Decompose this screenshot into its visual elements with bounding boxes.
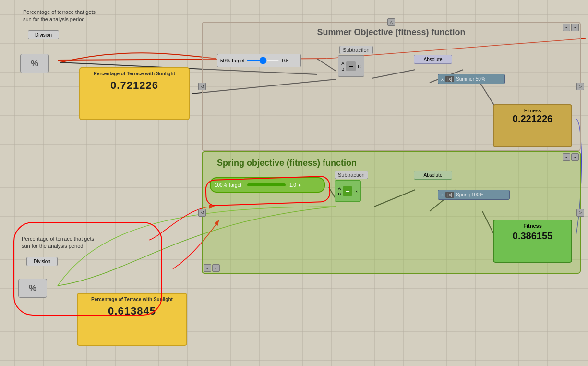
- spring-handle-bl-1[interactable]: ▪: [204, 264, 211, 272]
- spring-fitness-label: Fitness: [498, 223, 567, 229]
- percentage-title-top: Percentage of Terrace with Sunlight: [85, 71, 184, 76]
- summer-target-label: 50% Target: [220, 58, 244, 63]
- percentage-box-bottom: Percentage of Terrace with Sunlight 0.61…: [77, 293, 187, 346]
- spring-resize-right[interactable]: ▷: [576, 209, 584, 217]
- division-node-bottom[interactable]: Division: [26, 257, 58, 266]
- summer-target-slider[interactable]: 50% Target 0.5: [217, 54, 301, 67]
- spring-title: Spring objective (fitness) function: [217, 158, 357, 168]
- summer-subtraction-label: Subtraction: [339, 46, 373, 54]
- resize-top[interactable]: △: [387, 18, 395, 26]
- spring100-label: Spring 100%: [456, 192, 483, 197]
- spring-target-value: 1.0: [289, 183, 296, 188]
- spring100-node[interactable]: x |x| Spring 100%: [438, 190, 510, 200]
- spring-subtract-node[interactable]: AB − R: [335, 180, 361, 202]
- handle-tr-1[interactable]: ▪: [563, 24, 570, 31]
- ratio-node-top[interactable]: %: [20, 54, 49, 73]
- resize-left[interactable]: ◁: [198, 83, 206, 90]
- summer-title: Summer Objective (fitness) function: [317, 27, 465, 37]
- main-canvas: Percentage of terrace that gets sun for …: [0, 0, 588, 366]
- summer-fitness-box: Fitness 0.221226: [493, 104, 572, 147]
- bottom-annotation: Percentage of terrace that gets sun for …: [22, 235, 94, 250]
- spring-fitness-value: 0.386155: [498, 231, 567, 242]
- spring-resize-left[interactable]: ◁: [198, 209, 206, 217]
- summer-target-value: 0.5: [282, 58, 288, 63]
- spring-absolute-node[interactable]: Absolute: [414, 171, 452, 180]
- summer50-label: Summer 50%: [456, 76, 485, 82]
- summer-subtract-node[interactable]: AB − R: [338, 55, 364, 77]
- spring-target-slider[interactable]: 100% Target 1.0 ●: [210, 177, 325, 193]
- spring-fitness-box: Fitness 0.386155: [493, 220, 572, 263]
- ratio-node-bottom[interactable]: %: [18, 279, 47, 298]
- spring-handle-bl-2[interactable]: ▪: [212, 264, 220, 272]
- summer-absolute-node[interactable]: Absolute: [414, 55, 452, 64]
- summer-fitness-value: 0.221226: [498, 113, 567, 124]
- spring-container: Spring objective (fitness) function 100%…: [202, 151, 581, 274]
- percentage-value-bottom: 0.613845: [83, 305, 181, 317]
- spring-handle-tr-2[interactable]: ▪: [571, 153, 579, 161]
- spring-slider-track: [247, 183, 286, 186]
- spring-target-label: 100% Target: [215, 183, 241, 188]
- division-node-top[interactable]: Division: [28, 30, 59, 39]
- summer-container: Summer Objective (fitness) function 50% …: [202, 22, 581, 151]
- summer50-node[interactable]: x |x| Summer 50%: [438, 74, 505, 84]
- summer-target-input[interactable]: [246, 60, 280, 61]
- spring-subtraction-label: Subtraction: [335, 171, 368, 179]
- percentage-title-bottom: Percentage of Terrace with Sunlight: [83, 297, 181, 302]
- percentage-box-top: Percentage of Terrace with Sunlight 0.72…: [79, 67, 190, 120]
- spring-handle-tr-1[interactable]: ▪: [563, 153, 570, 161]
- handle-tr-2[interactable]: ▪: [571, 24, 579, 31]
- percentage-value-top: 0.721226: [85, 79, 184, 92]
- summer-fitness-label: Fitness: [498, 108, 567, 113]
- top-annotation: Percentage of terrace that gets sun for …: [23, 9, 96, 24]
- resize-right[interactable]: ▷: [576, 83, 584, 90]
